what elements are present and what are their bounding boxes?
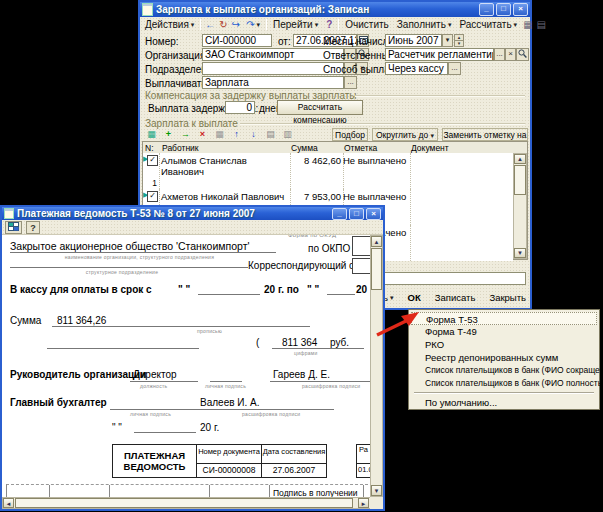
table-settings-icon[interactable]: ▦ [523,20,532,30]
row-checkbox[interactable]: ✓ [147,155,158,166]
doc-cell[interactable] [408,225,515,261]
calculate-menu-button[interactable]: Рассчитать▾ [457,19,519,30]
minimize-button[interactable]: _ [332,208,347,220]
menu-item-rko[interactable]: РКО [411,338,597,351]
history-button[interactable]: ↷▾ [244,20,262,30]
head-position-value: Директор [133,369,177,380]
replace-mark-button[interactable]: Заменить отметку на ... ▾ [442,128,528,141]
list-view-icon[interactable]: ▤ [263,128,278,142]
menu-item-by-default[interactable]: По умолчанию... [411,396,597,409]
pay-method-input[interactable]: Через кассу [385,62,448,75]
table-scrollbar[interactable]: ▲ ▼ [513,153,527,259]
sum-cell[interactable]: 8 462,60 [288,153,344,189]
menu-item-bank-list-short[interactable]: Список плательщиков в банк (ФИО сокращен… [411,364,597,377]
column-sum[interactable]: Сумма [291,143,318,153]
accountant-name-value: Валеев И. А. [200,397,259,408]
scroll-right-icon[interactable]: ► [358,498,369,508]
statement-titlebar[interactable]: Платежная ведомость Т-53 № 8 от 27 июня … [2,207,383,220]
mark-rows-icon[interactable]: ▦ [144,128,159,142]
pay-method-select-button[interactable]: ... [448,62,461,75]
statement-window-title: Платежная ведомость Т-53 № 8 от 27 июня … [17,208,329,219]
close-button[interactable]: × [513,3,528,16]
payroll-titlebar[interactable]: Зарплата к выплате организаций: Записан … [140,2,530,17]
help-button[interactable]: ? [26,221,40,234]
underline [210,381,242,382]
scrollbar-thumb[interactable] [371,248,382,290]
actions-menu-button[interactable]: Действия▾ [143,19,196,30]
mark-cell[interactable]: Не выплачено [341,153,411,189]
move-up-icon[interactable]: ↑ [229,128,244,142]
name-caption: расшифровка подписи [302,383,360,389]
add-row-icon[interactable]: + [161,128,176,142]
payroll-window-title: Зарплата к выплате организаций: Записан [156,4,476,15]
scroll-up-icon[interactable]: ▲ [371,236,382,247]
worker-cell[interactable]: Алымов Станислав Иванович [159,153,291,189]
pay-what-select-button[interactable]: ... [344,76,357,89]
close-button[interactable]: Закрыть [489,292,526,303]
back-icon[interactable]: ← [205,20,215,30]
clear-button[interactable]: Очистить [343,19,391,30]
column-worker[interactable]: Работник [162,143,199,153]
table-row[interactable]: ▶ ✓ 1 Алымов Станислав Иванович 8 462,60… [143,153,513,190]
maximize-button[interactable]: □ [349,208,364,220]
scroll-left-icon[interactable]: ◄ [3,498,14,508]
column-num[interactable]: N: [145,143,154,153]
column-doc[interactable]: Документ [411,143,449,153]
sheet-hscrollbar[interactable]: ◄ ► [2,497,374,509]
sheet-vscrollbar[interactable]: ▲ ▼ [370,235,383,497]
scroll-down-icon[interactable]: ▼ [514,248,526,258]
g-po-text: г. по [278,284,299,295]
month-spin-down[interactable]: ▾ [454,40,464,47]
doc-number-value: СИ-00000008 [197,463,261,476]
underline [110,409,198,410]
column-mark[interactable]: Отметка [344,143,377,153]
responsible-input[interactable]: Расчетчик регламентированной зарп. [385,48,494,61]
help-icon[interactable]: ? [324,19,334,30]
menu-item-deposited-register[interactable]: Реестр депонированных сумм [411,351,597,364]
calc-compensation-button[interactable]: Рассчитать компенсацию [277,100,363,115]
pay-what-input[interactable]: Зарплата [202,76,344,89]
month-input[interactable]: Июнь 2007 [385,34,442,47]
doc-cell[interactable] [408,153,515,189]
toolbar-separator [266,19,267,30]
list-settings-icon[interactable]: ▤ [537,20,546,30]
row-checkbox[interactable]: ✓ [147,191,158,202]
menu-item-form-t53[interactable]: Форма Т-53 [411,312,597,325]
move-down-icon[interactable]: ↓ [246,128,261,142]
refresh-icon[interactable]: ↻ [219,20,227,30]
forward-icon[interactable]: ↪ [232,20,240,30]
responsible-open-button[interactable] [516,48,529,61]
delay-days-input[interactable]: 0 [225,101,255,114]
menu-item-form-t49[interactable]: Форма Т-49 [411,325,597,338]
scroll-down-icon[interactable]: ▼ [371,485,382,496]
list-columns-icon[interactable]: ▥ [280,128,295,142]
number-input[interactable]: СИ-000000 [202,34,272,47]
save-button[interactable]: Записать [435,292,476,303]
round-to-button[interactable]: Округлить до ▾ [372,128,438,141]
delete-row-icon[interactable]: × [195,128,210,142]
doc-cell[interactable] [408,189,515,225]
pay-what-value: Зарплата [205,77,249,88]
maximize-button[interactable]: □ [496,3,511,16]
fill-menu-button[interactable]: Заполнить▾ [395,19,454,30]
goto-label: Перейти [273,19,313,30]
pick-button[interactable]: Подбор [332,128,368,141]
ok-button[interactable]: ОК [408,292,421,303]
month-value: Июнь 2007 [388,35,438,46]
close-button[interactable]: × [366,208,381,220]
cash-prefix-text: В кассу для оплаты в срок с [10,284,152,295]
sum-words-value: 811 364,26 [57,315,106,326]
copy-row-icon[interactable]: ▦ [212,128,227,142]
scrollbar-thumb[interactable] [15,498,353,508]
scroll-up-icon[interactable]: ▲ [514,154,526,164]
table-view-button[interactable] [5,221,22,234]
scrollbar-thumb[interactable] [514,165,526,195]
quote-marks: " " [307,284,319,295]
select-row-icon[interactable]: → [178,128,193,142]
menu-item-bank-list-full[interactable]: Список плательщиков в банк (ФИО полность… [411,377,597,390]
responsible-select-button[interactable]: ... [494,48,505,61]
goto-menu-button[interactable]: Перейти▾ [271,19,320,30]
month-dropdown-button[interactable]: ▾ [442,34,453,47]
minimize-button[interactable]: _ [479,3,494,16]
responsible-clear-button[interactable]: × [505,48,516,61]
